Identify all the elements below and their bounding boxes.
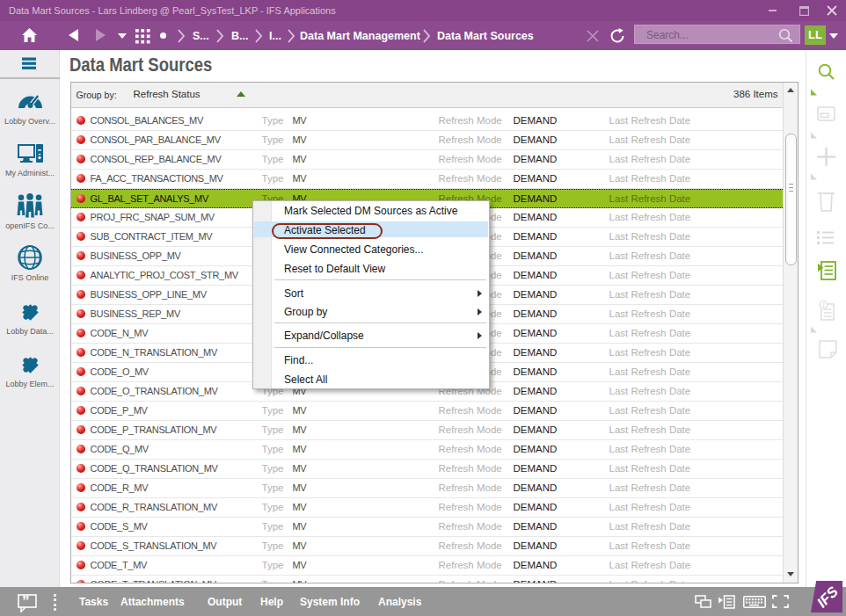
svg-text:”: ” — [22, 594, 30, 610]
